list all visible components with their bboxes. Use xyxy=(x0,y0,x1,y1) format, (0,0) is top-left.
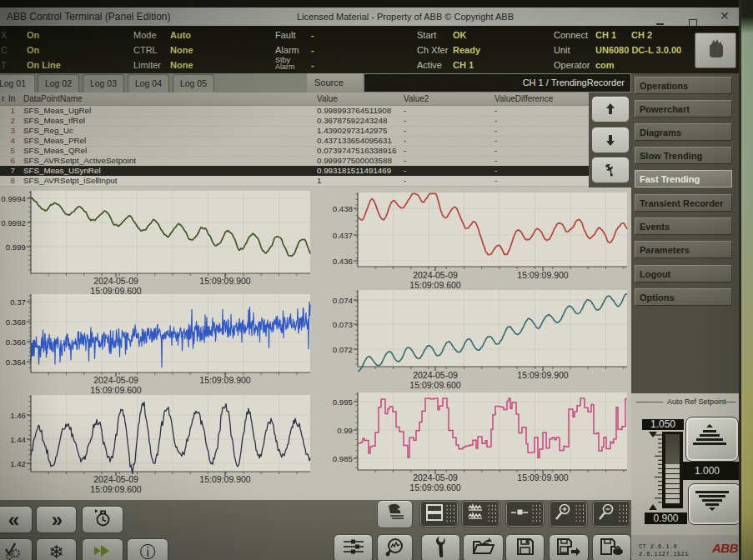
svg-text:0.368: 0.368 xyxy=(6,318,26,327)
svg-text:0.436: 0.436 xyxy=(333,257,353,266)
svg-text:0.985: 0.985 xyxy=(333,454,353,463)
svg-text:0.99: 0.99 xyxy=(337,426,353,435)
svg-text:1.42: 1.42 xyxy=(10,459,26,468)
svg-text:0.437: 0.437 xyxy=(333,231,353,240)
svg-text:1.44: 1.44 xyxy=(10,435,26,444)
svg-text:0.438: 0.438 xyxy=(333,204,353,213)
svg-text:0.073: 0.073 xyxy=(333,320,353,329)
svg-text:0.9992: 0.9992 xyxy=(1,218,26,228)
svg-text:0.366: 0.366 xyxy=(6,338,26,347)
svg-text:0.995: 0.995 xyxy=(333,398,353,407)
svg-text:0.999: 0.999 xyxy=(6,242,26,252)
svg-text:0.364: 0.364 xyxy=(6,358,27,367)
svg-text:1.46: 1.46 xyxy=(10,411,26,420)
svg-text:0.072: 0.072 xyxy=(333,345,353,354)
svg-text:0.074: 0.074 xyxy=(333,296,354,305)
svg-text:0.9994: 0.9994 xyxy=(1,194,26,203)
svg-text:0.37: 0.37 xyxy=(10,298,26,307)
